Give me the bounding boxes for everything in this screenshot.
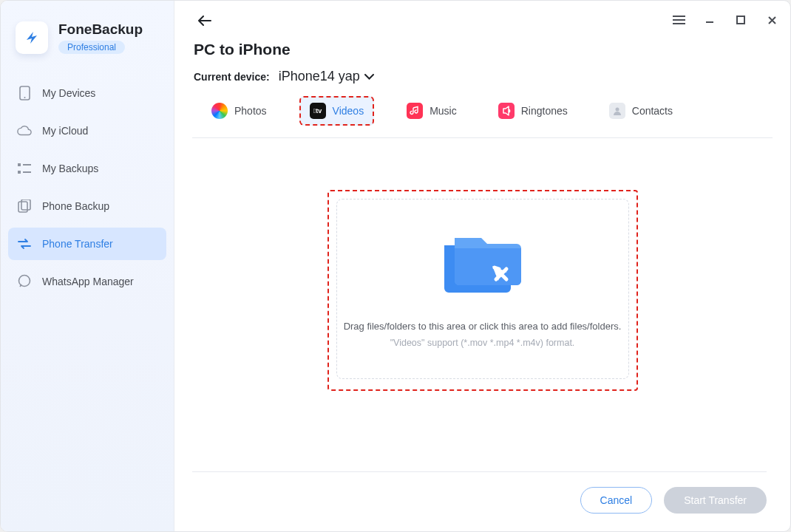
photos-icon (211, 103, 228, 119)
sidebar-item-label: My iCloud (42, 125, 88, 137)
category-label: Ringtones (521, 105, 568, 117)
svg-rect-8 (21, 200, 30, 210)
sidebar-item-my-icloud[interactable]: My iCloud (8, 115, 166, 147)
category-label: Videos (333, 105, 364, 117)
svg-rect-3 (18, 163, 21, 166)
category-videos[interactable]: tv Videos (299, 96, 375, 126)
category-music[interactable]: Music (398, 98, 466, 124)
svg-rect-7 (18, 202, 27, 212)
brand: FoneBackup Professional (8, 18, 166, 70)
chevron-down-icon (364, 74, 374, 80)
svg-point-10 (615, 108, 619, 112)
sidebar-item-whatsapp-manager[interactable]: WhatsApp Manager (8, 265, 166, 298)
backup-icon (17, 199, 32, 214)
chat-icon (17, 274, 32, 289)
sidebar-item-my-backups[interactable]: My Backups (8, 152, 166, 185)
svg-rect-6 (23, 171, 31, 173)
sidebar-item-label: My Devices (42, 87, 95, 99)
device-selector[interactable]: iPhone14 yap (279, 69, 374, 84)
footer-actions: Cancel Start Transfer (192, 471, 767, 514)
sidebar: FoneBackup Professional My Devices My iC… (1, 1, 174, 531)
cancel-button[interactable]: Cancel (580, 487, 653, 514)
tier-badge: Professional (58, 41, 125, 54)
dropzone-hint-primary: Drag files/folders to this area or click… (344, 321, 622, 332)
current-device-label: Current device: (194, 71, 270, 83)
phone-icon (17, 86, 32, 100)
sidebar-item-phone-backup[interactable]: Phone Backup (8, 190, 166, 222)
svg-rect-4 (18, 171, 21, 174)
category-label: Music (430, 105, 457, 117)
sidebar-item-label: Phone Backup (42, 200, 109, 212)
svg-point-2 (24, 97, 25, 98)
category-label: Contacts (632, 105, 673, 117)
back-button[interactable] (192, 10, 217, 32)
transfer-icon (17, 236, 32, 251)
music-icon (407, 103, 423, 119)
category-contacts[interactable]: Contacts (600, 98, 682, 124)
start-transfer-button[interactable]: Start Transfer (664, 487, 767, 514)
start-label: Start Transfer (684, 494, 747, 506)
page-title: PC to iPhone (194, 41, 771, 58)
category-label: Photos (234, 105, 267, 117)
sidebar-item-label: Phone Transfer (42, 238, 113, 250)
category-photos[interactable]: Photos (203, 98, 276, 124)
dropzone-hint-secondary: "Videos" support (*.mov *.mp4 *.m4v) for… (390, 338, 575, 348)
sidebar-item-my-devices[interactable]: My Devices (8, 77, 166, 109)
svg-point-9 (19, 276, 30, 287)
file-dropzone[interactable]: Drag files/folders to this area or click… (336, 199, 629, 379)
contacts-icon (609, 103, 625, 119)
folder-icon (438, 231, 527, 304)
svg-rect-5 (23, 164, 31, 166)
device-name: iPhone14 yap (279, 69, 360, 84)
category-tabs: Photos tv Videos Music Ringtones (192, 93, 773, 138)
current-device-row: Current device: iPhone14 yap (194, 69, 771, 84)
logo-icon (16, 21, 48, 54)
list-icon (17, 161, 32, 176)
dropzone-highlight: Drag files/folders to this area or click… (327, 190, 638, 391)
app-window: FoneBackup Professional My Devices My iC… (0, 0, 791, 532)
cancel-label: Cancel (600, 494, 633, 506)
app-name: FoneBackup (58, 21, 143, 38)
sidebar-item-phone-transfer[interactable]: Phone Transfer (8, 228, 166, 260)
cloud-icon (17, 123, 32, 138)
sidebar-item-label: WhatsApp Manager (42, 276, 134, 287)
category-ringtones[interactable]: Ringtones (489, 98, 577, 124)
ringtones-icon (498, 103, 515, 119)
sidebar-nav: My Devices My iCloud My Backups Phone Ba… (8, 72, 166, 303)
sidebar-item-label: My Backups (42, 163, 98, 174)
videos-icon: tv (310, 103, 326, 119)
main-content: PC to iPhone Current device: iPhone14 ya… (174, 1, 790, 531)
